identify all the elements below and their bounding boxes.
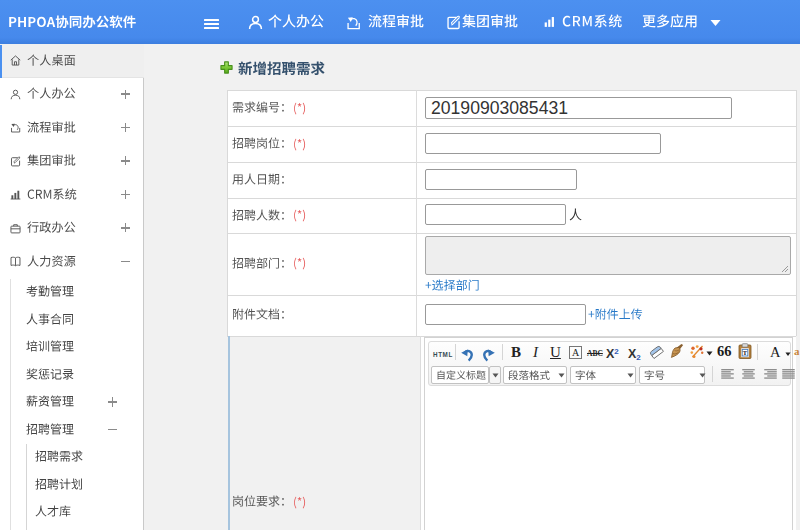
svg-text:T: T	[743, 349, 748, 356]
